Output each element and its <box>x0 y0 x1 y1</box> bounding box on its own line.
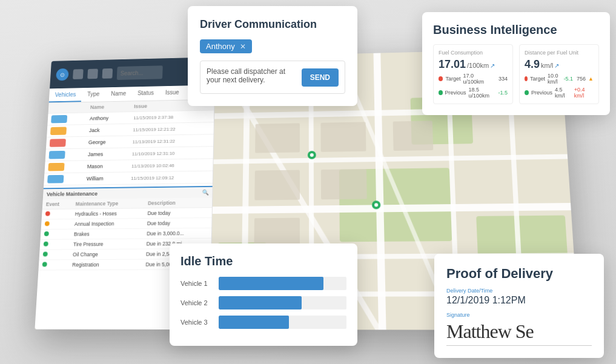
nav-map-icon[interactable] <box>87 69 98 79</box>
vehicle-name: Jack <box>85 124 130 136</box>
maint-status-cell <box>40 239 70 250</box>
bi-dist-label: Distance per Fuel Unit <box>525 50 594 56</box>
bi-dist-target-row: Target 10.0 km/l -5.1 756 ▲ <box>525 73 594 85</box>
vehicle-name: William <box>83 172 128 185</box>
pod-sig-label: Signature <box>446 312 592 318</box>
message-box: Please call dispatcher at your next deli… <box>200 61 345 94</box>
idle-bar-fill <box>219 316 289 329</box>
idle-bar-track <box>219 296 346 309</box>
vehicle-icon-cell <box>45 148 85 161</box>
bi-fuel-prev-label: Previous <box>445 90 466 96</box>
tab-type[interactable]: Type <box>81 87 105 102</box>
message-text: Please call dispatcher at your next deli… <box>207 67 296 84</box>
app-logo-icon: ⊙ <box>56 68 69 81</box>
maint-status-cell <box>39 250 70 260</box>
bi-334: 334 <box>498 76 508 82</box>
idle-bar-fill <box>219 296 302 309</box>
pod-date-value: 12/1/2019 1:12PM <box>446 295 592 306</box>
maintenance-row[interactable]: Brakes Due in 3,000.0... <box>41 228 212 239</box>
idle-vehicle-label: Vehicle 2 <box>180 299 214 306</box>
proof-of-delivery-card: Proof of Delivery Delivery Date/Time 12/… <box>434 254 604 358</box>
driver-comm-title: Driver Communication <box>200 18 345 31</box>
idle-bar-row: Vehicle 3 <box>180 316 346 329</box>
vehicles-table: Name Issue Anthony 11/15/2019 2:37:38 Ja… <box>44 100 214 186</box>
pod-title: Proof of Delivery <box>446 266 592 282</box>
col-vehicle <box>48 102 87 113</box>
idle-bars: Vehicle 1 Vehicle 2 Vehicle 3 <box>180 277 346 329</box>
bi-fuel-target-value: 17.0 u/100km <box>463 73 494 85</box>
idle-title: Idle Time <box>180 254 346 268</box>
maint-type: Hydraulics - Hoses <box>71 208 144 219</box>
maint-desc: Due today <box>144 208 212 219</box>
bi-dist-prev-label: Previous <box>531 90 552 96</box>
vehicle-date: 11/10/2019 12:31:10 <box>128 147 213 160</box>
tab-issue[interactable]: Issue <box>159 85 185 100</box>
pod-date-label: Delivery Date/Time <box>446 288 592 294</box>
maint-status-cell <box>38 260 69 270</box>
bi-fuel-target-label: Target <box>445 76 460 82</box>
maint-type: Oil Change <box>69 249 143 260</box>
bi-dist-trend-icon: ↗ <box>554 62 559 69</box>
search-input[interactable] <box>117 65 163 80</box>
vehicle-name: Mason <box>84 160 128 173</box>
vehicle-row[interactable]: William 11/15/2019 12:09:12 <box>44 171 213 185</box>
vehicle-icon-cell <box>44 173 84 185</box>
maint-status-cell <box>42 209 72 219</box>
svg-rect-18 <box>320 122 366 151</box>
scene: ⊙ Vehicles Type Name Status Issue Name <box>0 0 616 364</box>
maintenance-title: Vehicle Maintenance <box>47 191 98 197</box>
bi-dist-target-dot <box>525 76 528 81</box>
idle-vehicle-label: Vehicle 3 <box>180 319 214 326</box>
bi-dist-value: 4.9 <box>525 58 540 71</box>
maint-status-cell <box>41 219 71 230</box>
recipient-tag[interactable]: Anthony ✕ <box>200 39 252 53</box>
bi-fuel-label: Fuel Consumption <box>439 50 508 56</box>
idle-bar-track <box>219 316 346 329</box>
bi-fuel-prev-dot <box>439 90 443 95</box>
bi-fuel-trend-icon: ↗ <box>490 62 495 69</box>
bi-dist-unit: km/l <box>541 62 553 69</box>
bi-dist-prev-row: Previous 4.5 km/l +0.4 km/l <box>525 87 594 99</box>
svg-rect-19 <box>393 121 434 151</box>
maint-desc: Due today <box>144 217 212 228</box>
bi-fuel-consumption: Fuel Consumption 17.01 /100km ↗ Target 1… <box>433 44 513 104</box>
bi-fuel-value: 17.01 <box>439 58 466 71</box>
tab-status[interactable]: Status <box>131 86 160 101</box>
col-name: Name <box>87 101 131 113</box>
bi-fuel-target-dot <box>439 76 443 81</box>
bi-fuel-prev-row: Previous 18.5 u/100km -1.5 <box>439 87 508 99</box>
vehicle-icon-cell <box>46 136 85 149</box>
maintenance-search-icon[interactable]: 🔍 <box>202 190 209 196</box>
vehicle-date: 11/15/2019 2:37:38 <box>130 110 214 124</box>
tab-name[interactable]: Name <box>105 87 132 101</box>
maint-type: Brakes <box>70 228 144 239</box>
tab-vehicles[interactable]: Vehicles <box>49 88 82 102</box>
bi-dist-target-label: Target <box>530 76 545 82</box>
bi-title: Business Intelligence <box>433 23 599 37</box>
bi-dist-prev-value: 4.5 km/l <box>555 87 572 99</box>
vehicle-icon-cell <box>47 113 87 125</box>
bi-dist-target-value: 10.0 km/l <box>548 73 561 85</box>
bi-dist-prev-dot <box>525 90 529 95</box>
bi-fuel-target-row: Target 17.0 u/100km 334 <box>439 73 508 85</box>
bi-fuel-prev-trend: -1.5 <box>498 90 508 96</box>
nav-vehicles-icon[interactable] <box>73 69 84 79</box>
recipient-remove-icon[interactable]: ✕ <box>240 42 246 51</box>
idle-vehicle-label: Vehicle 1 <box>180 280 214 287</box>
nav-reports-icon[interactable] <box>102 68 113 79</box>
business-intelligence-card: Business Intelligence Fuel Consumption 1… <box>422 12 610 115</box>
idle-bar-track <box>219 277 346 290</box>
send-button[interactable]: SEND <box>302 68 339 87</box>
maint-col-event: Event <box>42 199 73 210</box>
maint-type: Annual Inspection <box>71 219 144 230</box>
maint-col-type: Maintenance Type <box>72 199 145 209</box>
recipient-name: Anthony <box>206 42 235 51</box>
svg-rect-20 <box>254 170 300 200</box>
maint-type: Tire Pressure <box>70 239 143 250</box>
idle-bar-fill <box>219 277 323 290</box>
svg-rect-17 <box>255 123 300 153</box>
bi-metrics-grid: Fuel Consumption 17.01 /100km ↗ Target 1… <box>433 44 599 104</box>
bi-warn-icon: ▲ <box>588 76 594 82</box>
bi-dist-prev-trend: +0.4 km/l <box>574 87 594 99</box>
bi-756: 756 <box>577 76 586 82</box>
